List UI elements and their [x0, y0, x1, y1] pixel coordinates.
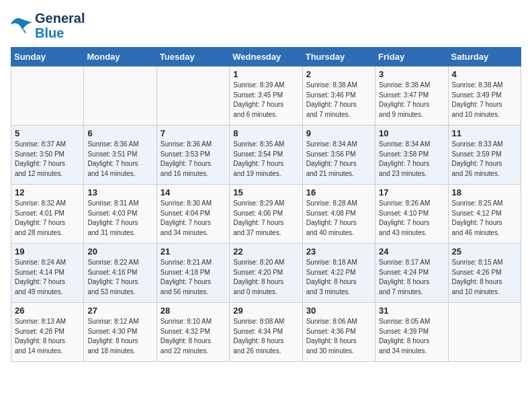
day-info: Sunrise: 8:17 AM Sunset: 4:24 PM Dayligh…: [379, 258, 444, 297]
day-number: 22: [233, 246, 298, 257]
day-number: 7: [161, 128, 226, 138]
day-info: Sunrise: 8:22 AM Sunset: 4:16 PM Dayligh…: [87, 258, 152, 297]
day-number: 12: [15, 187, 80, 197]
day-number: 21: [161, 246, 226, 257]
day-info: Sunrise: 8:38 AM Sunset: 3:49 PM Dayligh…: [452, 81, 517, 120]
calendar-week-3: 12Sunrise: 8:32 AM Sunset: 4:01 PM Dayli…: [11, 185, 521, 244]
calendar-cell: 14Sunrise: 8:30 AM Sunset: 4:04 PM Dayli…: [157, 185, 229, 244]
calendar-cell: 6Sunrise: 8:36 AM Sunset: 3:51 PM Daylig…: [84, 126, 157, 185]
day-number: 18: [452, 187, 517, 197]
day-info: Sunrise: 8:36 AM Sunset: 3:53 PM Dayligh…: [161, 140, 226, 179]
page-header: General Blue: [11, 11, 521, 40]
day-number: 19: [15, 246, 80, 257]
day-info: Sunrise: 8:38 AM Sunset: 3:47 PM Dayligh…: [379, 81, 444, 120]
day-info: Sunrise: 8:30 AM Sunset: 4:04 PM Dayligh…: [161, 199, 226, 238]
day-number: 20: [87, 246, 152, 257]
header-friday: Friday: [375, 48, 448, 66]
day-number: 15: [233, 187, 298, 197]
day-info: Sunrise: 8:21 AM Sunset: 4:18 PM Dayligh…: [161, 258, 226, 297]
calendar-week-4: 19Sunrise: 8:24 AM Sunset: 4:14 PM Dayli…: [11, 244, 521, 303]
day-number: 23: [306, 246, 371, 257]
calendar-header-row: SundayMondayTuesdayWednesdayThursdayFrid…: [11, 48, 521, 66]
day-number: 6: [87, 128, 152, 138]
day-number: 31: [379, 306, 444, 316]
day-info: Sunrise: 8:15 AM Sunset: 4:26 PM Dayligh…: [452, 258, 517, 297]
calendar-cell: 8Sunrise: 8:35 AM Sunset: 3:54 PM Daylig…: [230, 126, 302, 185]
day-info: Sunrise: 8:36 AM Sunset: 3:51 PM Dayligh…: [87, 140, 152, 179]
day-info: Sunrise: 8:20 AM Sunset: 4:20 PM Dayligh…: [233, 258, 298, 297]
header-monday: Monday: [84, 48, 157, 66]
day-number: 11: [452, 128, 517, 138]
day-number: 30: [306, 306, 371, 316]
day-number: 5: [15, 128, 80, 138]
header-sunday: Sunday: [11, 48, 84, 66]
calendar-week-2: 5Sunrise: 8:37 AM Sunset: 3:50 PM Daylig…: [11, 126, 521, 185]
day-info: Sunrise: 8:37 AM Sunset: 3:50 PM Dayligh…: [15, 140, 80, 179]
day-number: 17: [379, 187, 444, 197]
header-thursday: Thursday: [302, 48, 375, 66]
day-number: 26: [15, 306, 80, 316]
day-number: 3: [379, 69, 444, 79]
day-info: Sunrise: 8:12 AM Sunset: 4:30 PM Dayligh…: [87, 317, 152, 356]
day-number: 2: [306, 69, 371, 79]
day-info: Sunrise: 8:38 AM Sunset: 3:46 PM Dayligh…: [306, 81, 371, 120]
calendar-table: SundayMondayTuesdayWednesdayThursdayFrid…: [11, 47, 521, 362]
calendar-cell: 9Sunrise: 8:34 AM Sunset: 3:56 PM Daylig…: [302, 126, 375, 185]
calendar-cell: 22Sunrise: 8:20 AM Sunset: 4:20 PM Dayli…: [230, 244, 302, 303]
day-number: 8: [233, 128, 298, 138]
calendar-cell: 7Sunrise: 8:36 AM Sunset: 3:53 PM Daylig…: [157, 126, 229, 185]
calendar-cell: 25Sunrise: 8:15 AM Sunset: 4:26 PM Dayli…: [448, 244, 521, 303]
calendar-cell: 28Sunrise: 8:10 AM Sunset: 4:32 PM Dayli…: [157, 303, 229, 362]
day-number: 14: [161, 187, 226, 197]
day-info: Sunrise: 8:39 AM Sunset: 3:45 PM Dayligh…: [233, 81, 298, 120]
day-info: Sunrise: 8:24 AM Sunset: 4:14 PM Dayligh…: [15, 258, 80, 297]
day-info: Sunrise: 8:28 AM Sunset: 4:08 PM Dayligh…: [306, 199, 371, 238]
header-wednesday: Wednesday: [230, 48, 302, 66]
calendar-cell: [157, 66, 229, 126]
calendar-cell: 27Sunrise: 8:12 AM Sunset: 4:30 PM Dayli…: [84, 303, 157, 362]
day-info: Sunrise: 8:31 AM Sunset: 4:03 PM Dayligh…: [87, 199, 152, 238]
calendar-week-5: 26Sunrise: 8:13 AM Sunset: 4:28 PM Dayli…: [11, 303, 521, 362]
calendar-cell: 4Sunrise: 8:38 AM Sunset: 3:49 PM Daylig…: [448, 66, 521, 126]
logo-text: General Blue: [35, 11, 85, 40]
day-info: Sunrise: 8:34 AM Sunset: 3:56 PM Dayligh…: [306, 140, 371, 179]
calendar-cell: 5Sunrise: 8:37 AM Sunset: 3:50 PM Daylig…: [11, 126, 84, 185]
day-info: Sunrise: 8:06 AM Sunset: 4:36 PM Dayligh…: [306, 317, 371, 356]
calendar-cell: 31Sunrise: 8:05 AM Sunset: 4:39 PM Dayli…: [375, 303, 448, 362]
calendar-cell: 3Sunrise: 8:38 AM Sunset: 3:47 PM Daylig…: [375, 66, 448, 126]
day-number: 10: [379, 128, 444, 138]
calendar-cell: 1Sunrise: 8:39 AM Sunset: 3:45 PM Daylig…: [230, 66, 302, 126]
day-number: 27: [87, 306, 152, 316]
day-number: 28: [161, 306, 226, 316]
day-number: 29: [233, 306, 298, 316]
day-number: 1: [233, 69, 298, 79]
calendar-cell: 30Sunrise: 8:06 AM Sunset: 4:36 PM Dayli…: [302, 303, 375, 362]
day-number: 16: [306, 187, 371, 197]
calendar-cell: 29Sunrise: 8:08 AM Sunset: 4:34 PM Dayli…: [230, 303, 302, 362]
day-number: 4: [452, 69, 517, 79]
day-info: Sunrise: 8:05 AM Sunset: 4:39 PM Dayligh…: [379, 317, 444, 356]
day-info: Sunrise: 8:10 AM Sunset: 4:32 PM Dayligh…: [161, 317, 226, 356]
calendar-cell: 19Sunrise: 8:24 AM Sunset: 4:14 PM Dayli…: [11, 244, 84, 303]
calendar-cell: 10Sunrise: 8:34 AM Sunset: 3:58 PM Dayli…: [375, 126, 448, 185]
day-number: 9: [306, 128, 371, 138]
day-info: Sunrise: 8:13 AM Sunset: 4:28 PM Dayligh…: [15, 317, 80, 356]
calendar-cell: 2Sunrise: 8:38 AM Sunset: 3:46 PM Daylig…: [302, 66, 375, 126]
calendar-cell: 13Sunrise: 8:31 AM Sunset: 4:03 PM Dayli…: [84, 185, 157, 244]
day-info: Sunrise: 8:32 AM Sunset: 4:01 PM Dayligh…: [15, 199, 80, 238]
calendar-cell: [448, 303, 521, 362]
day-number: 24: [379, 246, 444, 257]
calendar-cell: 17Sunrise: 8:26 AM Sunset: 4:10 PM Dayli…: [375, 185, 448, 244]
calendar-cell: 12Sunrise: 8:32 AM Sunset: 4:01 PM Dayli…: [11, 185, 84, 244]
day-number: 13: [87, 187, 152, 197]
day-info: Sunrise: 8:25 AM Sunset: 4:12 PM Dayligh…: [452, 199, 517, 238]
calendar-cell: [11, 66, 84, 126]
calendar-cell: 16Sunrise: 8:28 AM Sunset: 4:08 PM Dayli…: [302, 185, 375, 244]
calendar-cell: 18Sunrise: 8:25 AM Sunset: 4:12 PM Dayli…: [448, 185, 521, 244]
calendar-week-1: 1Sunrise: 8:39 AM Sunset: 3:45 PM Daylig…: [11, 66, 521, 126]
day-info: Sunrise: 8:29 AM Sunset: 4:06 PM Dayligh…: [233, 199, 298, 238]
calendar-cell: 11Sunrise: 8:33 AM Sunset: 3:59 PM Dayli…: [448, 126, 521, 185]
header-tuesday: Tuesday: [157, 48, 229, 66]
day-number: 25: [452, 246, 517, 257]
logo: General Blue: [11, 11, 85, 40]
